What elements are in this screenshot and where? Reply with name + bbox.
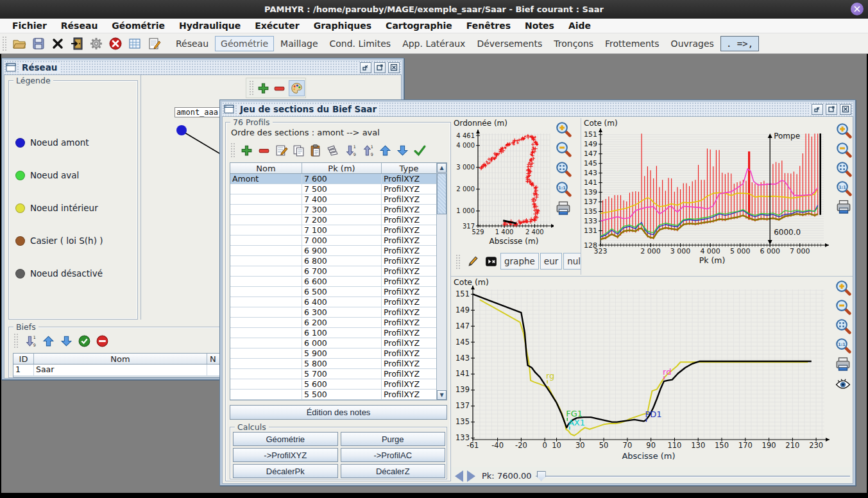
open-icon[interactable] [10,35,28,52]
menu-hydraulique[interactable]: Hydraulique [172,21,248,31]
table-row[interactable]: 6 100ProfilXYZ [230,328,436,338]
pk-slider[interactable] [536,470,850,482]
move-up-icon[interactable] [379,144,392,157]
cross-section-chart[interactable]: Cote (m)151149147145143141139137135133-6… [451,277,833,465]
calc-profilac[interactable]: ->ProfilAC [341,448,446,462]
duplicate-icon[interactable] [327,144,340,157]
table-row[interactable]: 7 400ProfilXYZ [230,194,436,205]
calc-dcalerz[interactable]: DécalerZ [341,464,446,478]
move-down-icon[interactable] [60,334,73,348]
close-x-icon[interactable] [49,35,67,52]
biefs-col-nom[interactable]: Nom [34,354,207,364]
toolbar-frottements[interactable]: Frottements [600,37,665,51]
plan-chart[interactable]: Ordonnée (m)4 4614 0003 0002 0001 000317… [452,118,554,250]
add-icon[interactable] [240,144,253,157]
table-row[interactable]: 6 300ProfilXYZ [230,307,436,318]
zoom-fit-icon[interactable] [555,160,572,177]
move-down-icon[interactable] [396,144,409,157]
table-row[interactable]: 6 900ProfilXYZ [230,246,436,256]
table-row[interactable]: 5 800ProfilXYZ [230,359,436,369]
zoom-fit-icon[interactable] [835,160,852,177]
menu-fenetres[interactable]: Fenêtres [459,21,518,31]
toolbar-condlimites[interactable]: Cond. Limites [325,37,396,51]
sort-desc-icon[interactable]: 19 [344,144,357,157]
table-row[interactable]: 6 000ProfilXYZ [230,338,436,348]
notes-icon[interactable] [145,35,163,52]
table-scrollbar[interactable]: ▲ ▼ [436,163,447,400]
paste-icon[interactable] [309,144,323,157]
menu-reseau[interactable]: Réseau [54,21,105,31]
check-circle-icon[interactable] [78,334,91,348]
menu-geometrie[interactable]: Géométrie [105,21,172,31]
toolbar-deversements[interactable]: Déversements [472,37,547,51]
reseau-titlebar[interactable]: Réseau [4,60,402,74]
zoom-1-1-icon[interactable]: 1:1 [835,337,851,354]
close-frame-button[interactable] [388,62,400,73]
print-icon[interactable] [835,199,852,216]
toolbar-ouvrages[interactable]: Ouvrages [666,37,719,51]
stop-icon[interactable] [106,35,124,52]
grid-icon[interactable] [126,35,144,52]
table-row[interactable]: 7 100ProfilXYZ [230,225,436,236]
zoom-1-1-icon[interactable]: 1:1 [835,180,852,196]
remove-icon[interactable] [257,144,271,157]
tab-graphe[interactable]: graphe [500,253,539,270]
zoom-out-icon[interactable] [555,141,572,157]
clear-icon[interactable] [482,253,499,270]
zoom-out-icon[interactable] [835,298,851,315]
toolbar-troncons[interactable]: Tronçons [549,37,599,51]
col-type[interactable]: Type [382,163,436,173]
table-row[interactable]: 6 800ProfilXYZ [230,256,436,266]
calc-profilxyz[interactable]: ->ProfilXYZ [233,448,338,462]
toolbar-code-button[interactable]: . =>, [720,36,759,51]
table-row[interactable]: 5 900ProfilXYZ [230,348,436,359]
table-row[interactable]: 6 500ProfilXYZ [230,287,436,297]
eye-icon[interactable] [835,375,851,392]
zoom-in-icon[interactable] [555,121,572,137]
tab-eur[interactable]: eur [540,253,562,270]
menu-cartographie[interactable]: Cartographie [379,21,459,31]
toolbar-applateraux[interactable]: App. Latéraux [397,37,470,51]
long-profile-chart[interactable]: Cote (m)15114914714514314113913713513313… [581,118,834,273]
prev-profile-button[interactable] [455,470,463,482]
edit-icon[interactable] [275,144,288,157]
scroll-up-icon[interactable]: ▲ [437,163,447,173]
minimize-button[interactable] [812,104,823,115]
table-row[interactable]: 6 600ProfilXYZ [230,277,436,287]
biefs-col-id[interactable]: ID [13,354,34,364]
copy-icon[interactable] [292,144,305,157]
scroll-down-icon[interactable]: ▼ [437,390,447,400]
table-row[interactable]: 5 600ProfilXYZ [230,379,436,390]
print-icon[interactable] [555,200,572,217]
table-row[interactable]: 7 500ProfilXYZ [230,184,436,194]
close-frame-button[interactable] [840,104,851,115]
menu-executer[interactable]: Exécuter [248,21,306,31]
table-row[interactable]: 7 000ProfilXYZ [230,236,436,246]
toolbar-geometrie[interactable]: Géométrie [215,36,274,51]
scroll-thumb[interactable] [437,173,447,214]
toolbar-reseau[interactable]: Réseau [171,37,214,51]
table-row[interactable]: 6 400ProfilXYZ [230,297,436,307]
col-pk[interactable]: Pk (m) [302,163,382,173]
table-row[interactable]: 5 700ProfilXYZ [230,369,436,379]
gear-icon[interactable] [87,35,105,52]
zoom-in-icon[interactable] [835,279,851,296]
table-row[interactable]: Amont7 600ProfilXYZ [230,174,436,184]
edit-notes-button[interactable]: Édition des notes [230,405,447,420]
maximize-button[interactable] [374,62,386,73]
window-close-button[interactable] [851,3,864,15]
toolbar-maillage[interactable]: Maillage [275,37,323,51]
zoom-out-icon[interactable] [835,141,852,158]
table-row[interactable]: 7 200ProfilXYZ [230,215,436,225]
menu-aide[interactable]: Aide [561,21,598,31]
minimize-button[interactable] [360,62,371,73]
sections-titlebar[interactable]: Jeu de sections du Bief Saar [222,102,853,116]
save-icon[interactable] [30,35,47,52]
table-row[interactable]: 6 700ProfilXYZ [230,266,436,277]
sort-desc-icon[interactable]: 19 [24,334,37,348]
calc-gomtrie[interactable]: Géométrie [233,432,338,446]
table-row[interactable]: 6 200ProfilXYZ [230,318,436,328]
pk-slider-thumb[interactable] [537,471,546,481]
zoom-in-icon[interactable] [835,122,852,139]
calc-purge[interactable]: Purge [341,432,446,446]
